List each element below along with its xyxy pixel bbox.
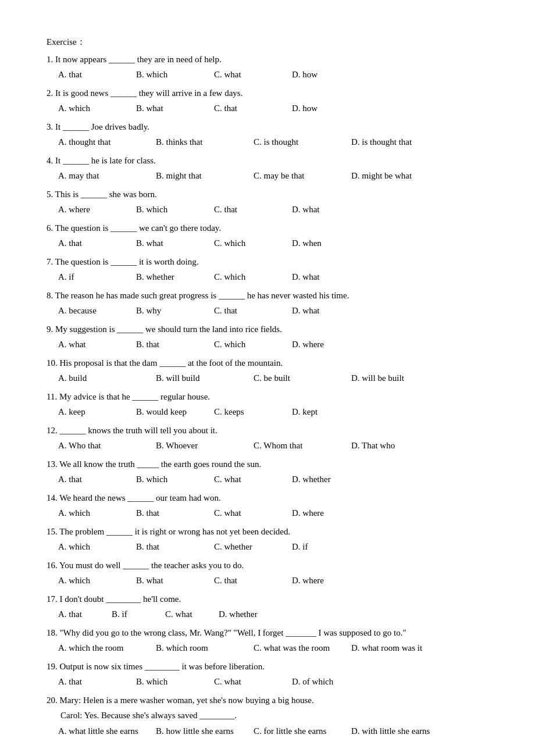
option-20-0: A. what little she earns [58,724,145,739]
option-9-2: C. which [214,337,278,352]
option-6-2: C. which [214,236,278,251]
options-row-20: A. what little she earnsB. how little sh… [47,724,488,739]
option-20-3: D. with little she earns [351,724,438,739]
options-row-2: A. whichB. whatC. thatD. how [47,101,488,116]
exercise-container: Exercise： 1. It now appears ______ they … [47,35,488,739]
option-2-1: B. what [136,101,200,116]
option-19-0: A. that [58,675,122,690]
options-row-16: A. whichB. whatC. thatD. where [47,573,488,589]
option-12-2: C. Whom that [254,438,341,454]
options-row-4: A. may thatB. might thatC. may be thatD.… [47,169,488,184]
options-row-7: A. ifB. whetherC. whichD. what [47,270,488,285]
option-2-2: C. that [214,101,278,116]
option-16-0: A. which [58,573,122,589]
option-4-0: A. may that [58,169,145,184]
option-16-3: D. where [292,573,356,589]
option-19-3: D. of which [292,675,356,690]
question-2: 2. It is good news ______ they will arri… [47,86,488,116]
options-row-5: A. whereB. whichC. thatD. what [47,202,488,217]
question-text-14: 14. We heard the news ______ our team ha… [47,491,488,506]
option-4-3: D. might be what [351,169,438,184]
question-4: 4. It ______ he is late for class.A. may… [47,154,488,184]
option-10-2: C. be built [254,371,341,386]
question-text-13: 13. We all know the truth _____ the eart… [47,457,488,472]
question-text-18: 18. "Why did you go to the wrong class, … [47,626,488,641]
question-16: 16. You must do well ______ the teacher … [47,558,488,589]
option-4-1: B. might that [156,169,243,184]
question-9: 9. My suggestion is ______ we should tur… [47,322,488,352]
question-text-20a: 20. Mary: Helen is a mere washer woman, … [47,693,488,708]
option-15-2: C. whether [214,540,278,555]
option-5-3: D. what [292,202,356,217]
question-6: 6. The question is ______ we can't go th… [47,221,488,251]
option-16-1: B. what [136,573,200,589]
options-row-14: A. whichB. thatC. whatD. where [47,506,488,521]
question-text-10: 10. His proposal is that the dam ______ … [47,356,488,371]
option-3-2: C. is thought [254,135,341,150]
question-8: 8. The reason he has made such great pro… [47,288,488,319]
option-3-0: A. thought that [58,135,145,150]
options-row-8: A. becauseB. whyC. thatD. what [47,304,488,319]
question-12: 12. ______ knows the truth will tell you… [47,423,488,454]
question-15: 15. The problem ______ it is right or wr… [47,525,488,555]
option-7-0: A. if [58,270,122,285]
question-1: 1. It now appears ______ they are in nee… [47,52,488,83]
option-17-3: D. whether [219,607,265,622]
option-17-2: C. what [165,607,212,622]
option-13-2: C. what [214,472,278,487]
option-11-1: B. would keep [136,405,200,420]
option-6-1: B. what [136,236,200,251]
question-text-5: 5. This is ______ she was born. [47,187,488,202]
options-row-10: A. buildB. will buildC. be builtD. will … [47,371,488,386]
option-1-3: D. how [292,67,356,83]
option-10-0: A. build [58,371,145,386]
option-5-2: C. that [214,202,278,217]
option-7-1: B. whether [136,270,200,285]
option-7-2: C. which [214,270,278,285]
option-2-0: A. which [58,101,122,116]
question-17: 17. I don't doubt ________ he'll come.A.… [47,592,488,622]
question-text-9: 9. My suggestion is ______ we should tur… [47,322,488,337]
option-8-0: A. because [58,304,122,319]
question-text-7: 7. The question is ______ it is worth do… [47,255,488,270]
option-11-2: C. keeps [214,405,278,420]
question-10: 10. His proposal is that the dam ______ … [47,356,488,386]
option-7-3: D. what [292,270,356,285]
option-15-0: A. which [58,540,122,555]
options-row-6: A. thatB. whatC. whichD. when [47,236,488,251]
question-text-11: 11. My advice is that he ______ regular … [47,390,488,405]
option-5-0: A. where [58,202,122,217]
option-12-0: A. Who that [58,438,145,454]
question-text-19: 19. Output is now six times ________ it … [47,659,488,675]
question-text-17: 17. I don't doubt ________ he'll come. [47,592,488,607]
question-20: 20. Mary: Helen is a mere washer woman, … [47,693,488,739]
question-text-2: 2. It is good news ______ they will arri… [47,86,488,101]
question-19: 19. Output is now six times ________ it … [47,659,488,690]
option-18-3: D. what room was it [351,641,438,656]
option-13-0: A. that [58,472,122,487]
option-4-2: C. may be that [254,169,341,184]
question-text-12: 12. ______ knows the truth will tell you… [47,423,488,438]
option-8-2: C. that [214,304,278,319]
option-3-1: B. thinks that [156,135,243,150]
question-text-16: 16. You must do well ______ the teacher … [47,558,488,573]
option-12-1: B. Whoever [156,438,243,454]
option-11-0: A. keep [58,405,122,420]
question-7: 7. The question is ______ it is worth do… [47,255,488,285]
question-5: 5. This is ______ she was born.A. whereB… [47,187,488,217]
options-row-13: A. thatB. whichC. whatD. whether [47,472,488,487]
option-16-2: C. that [214,573,278,589]
question-text-8: 8. The reason he has made such great pro… [47,288,488,304]
option-1-2: C. what [214,67,278,83]
option-9-1: B. that [136,337,200,352]
option-18-1: B. which room [156,641,243,656]
option-8-3: D. what [292,304,356,319]
option-13-3: D. whether [292,472,356,487]
options-row-19: A. thatB. whichC. whatD. of which [47,675,488,690]
options-row-15: A. whichB. thatC. whetherD. if [47,540,488,555]
option-17-0: A. that [58,607,105,622]
option-20-2: C. for little she earns [254,724,341,739]
options-row-3: A. thought thatB. thinks thatC. is thoug… [47,135,488,150]
question-text-4: 4. It ______ he is late for class. [47,154,488,169]
option-14-2: C. what [214,506,278,521]
